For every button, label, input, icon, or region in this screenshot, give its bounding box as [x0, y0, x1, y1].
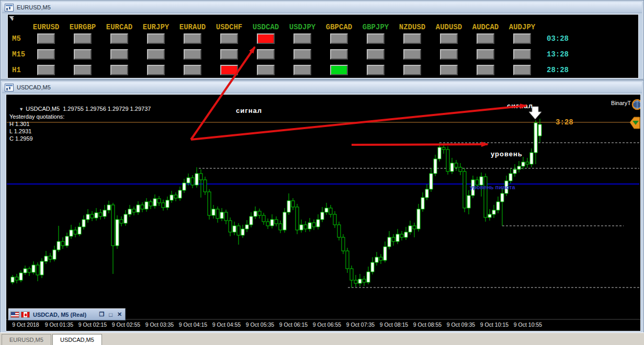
signal-square-m15-euraud[interactable] — [184, 49, 201, 60]
signal-square-m15-eurusd[interactable] — [37, 49, 55, 60]
candle-body — [174, 195, 177, 198]
signal-square-m15-audjpy[interactable] — [513, 49, 531, 60]
yesterday-low: L 1.2931 — [9, 128, 31, 134]
candle-body — [337, 225, 341, 237]
candle-body — [354, 280, 357, 283]
restore-button[interactable]: ❐ — [97, 311, 106, 318]
candle-body — [53, 250, 56, 259]
signal-square-h1-eurcad[interactable] — [110, 65, 128, 75]
signal-square-m15-usdcad[interactable] — [257, 49, 275, 60]
candle-body — [212, 209, 215, 215]
candle-body — [157, 199, 161, 203]
candle-body — [162, 203, 165, 208]
signal-square-m5-euraud[interactable] — [184, 33, 201, 44]
candle-body — [392, 237, 395, 242]
candle-body — [91, 214, 94, 218]
signal-square-m5-gbpjpy[interactable] — [367, 33, 385, 44]
signal-square-h1-eurusd[interactable] — [37, 65, 55, 75]
panel-dropdown-icon[interactable]: ▾ — [11, 17, 14, 22]
signal-square-m5-usdjpy[interactable] — [293, 33, 311, 44]
signal-square-m15-audcad[interactable] — [477, 49, 494, 60]
signal-square-m15-gbpcad[interactable] — [330, 49, 348, 60]
candle-body — [467, 196, 470, 208]
signal-square-m15-usdjpy[interactable] — [293, 49, 311, 60]
pair-header-nzdusd: NZDUSD — [394, 23, 431, 31]
candle-body — [40, 261, 43, 275]
timeframe-label-m15: M15 — [12, 49, 33, 60]
signal-square-h1-usdjpy[interactable] — [293, 65, 311, 75]
matrix-window-titlebar[interactable]: EURUSD,M5 — [2, 2, 642, 13]
candle-body — [363, 279, 366, 282]
signal-square-h1-audjpy[interactable] — [513, 65, 531, 75]
signal-square-m5-nzdusd[interactable] — [403, 33, 421, 44]
canada-flag-icon — [21, 312, 30, 318]
close-button[interactable]: ✕ — [115, 311, 124, 318]
tab-eurusd-m5[interactable]: EURUSD,M5 — [2, 334, 51, 345]
pair-header-eurcad: EURCAD — [101, 23, 138, 31]
signal-square-h1-usdchf[interactable] — [220, 65, 238, 75]
signal-square-m5-usdcad[interactable] — [257, 33, 275, 44]
candle-body — [95, 213, 98, 218]
candle-body — [455, 163, 458, 167]
candle-body — [501, 193, 504, 202]
annotation-text: уровень пивота — [470, 184, 515, 190]
candle-body — [446, 150, 449, 171]
chart-area[interactable]: ▼USDCAD,M5 1.29755 1.29756 1.29729 1.297… — [6, 94, 641, 331]
signal-square-m15-usdchf[interactable] — [220, 49, 238, 60]
signal-square-h1-euraud[interactable] — [184, 65, 201, 75]
candle-body — [216, 209, 219, 218]
pair-header-eurjpy: EURJPY — [138, 23, 174, 31]
signal-time-label: 3:28 — [556, 118, 573, 126]
chart-window-icon — [5, 84, 14, 91]
signal-square-m5-audusd[interactable] — [440, 33, 458, 44]
pair-header-audusd: AUDUSD — [431, 23, 467, 31]
candle-body — [413, 226, 416, 229]
signal-square-m15-eurgbp[interactable] — [74, 49, 92, 60]
signal-square-h1-audusd[interactable] — [440, 65, 458, 75]
signal-square-m5-audcad[interactable] — [477, 33, 494, 44]
chart-window: USDCAD,M5 ▼USDCAD,M5 1.29755 1.29756 1.2… — [0, 80, 644, 334]
signal-square-m5-eurcad[interactable] — [110, 33, 128, 44]
countdown-m5: 03:28 — [547, 33, 583, 44]
signal-square-h1-usdcad[interactable] — [257, 65, 275, 75]
candle-body — [170, 195, 173, 200]
signal-square-h1-gbpcad[interactable] — [330, 65, 348, 75]
signal-square-h1-audcad[interactable] — [477, 65, 494, 75]
signal-square-m5-gbpcad[interactable] — [330, 33, 348, 44]
signal-square-h1-nzdusd[interactable] — [403, 65, 421, 75]
signal-square-m5-eurusd[interactable] — [37, 33, 55, 44]
chart-window-titlebar[interactable]: USDCAD,M5 — [2, 82, 642, 93]
signal-square-h1-gbpjpy[interactable] — [367, 65, 385, 75]
countdown-h1: 28:28 — [547, 65, 583, 75]
maximize-button[interactable]: □ — [106, 312, 115, 318]
signal-square-m5-eurjpy[interactable] — [147, 33, 165, 44]
signal-square-h1-eurjpy[interactable] — [147, 65, 165, 75]
tab-usdcad-m5[interactable]: USDCAD,M5 — [52, 334, 102, 345]
matrix-panel[interactable]: ▾ EURUSDEURGBPEURCADEURJPYEURAUDUSDCHFUS… — [7, 14, 639, 78]
signal-square-m15-eurjpy[interactable] — [147, 49, 165, 60]
pair-header-audcad: AUDCAD — [467, 23, 504, 31]
candle-body — [450, 163, 454, 171]
candle-body — [308, 223, 311, 229]
candle-body — [442, 147, 445, 150]
candle-body — [404, 232, 408, 237]
signal-square-m5-audjpy[interactable] — [513, 33, 531, 44]
signal-square-m15-audusd[interactable] — [440, 49, 458, 60]
chevron-down-icon[interactable]: ▼ — [19, 107, 24, 112]
signal-square-m15-gbpjpy[interactable] — [367, 49, 385, 60]
candle-body — [195, 174, 198, 185]
candle-body — [36, 265, 39, 275]
candle-body — [379, 257, 382, 260]
candle-body — [509, 174, 512, 181]
candle-body — [11, 277, 14, 282]
signal-square-m15-nzdusd[interactable] — [403, 49, 421, 60]
candle-body — [199, 174, 202, 180]
signal-square-h1-eurgbp[interactable] — [74, 65, 92, 75]
signal-square-m15-eurcad[interactable] — [110, 49, 128, 60]
inner-chart-titlebar[interactable]: USDCAD, M5 (Real) ❐ □ ✕ — [8, 308, 126, 320]
candle-body — [291, 201, 295, 207]
signal-square-m5-usdchf[interactable] — [220, 33, 238, 44]
candle-body — [107, 205, 110, 210]
candle-body — [258, 211, 261, 215]
signal-square-m5-eurgbp[interactable] — [74, 33, 92, 44]
